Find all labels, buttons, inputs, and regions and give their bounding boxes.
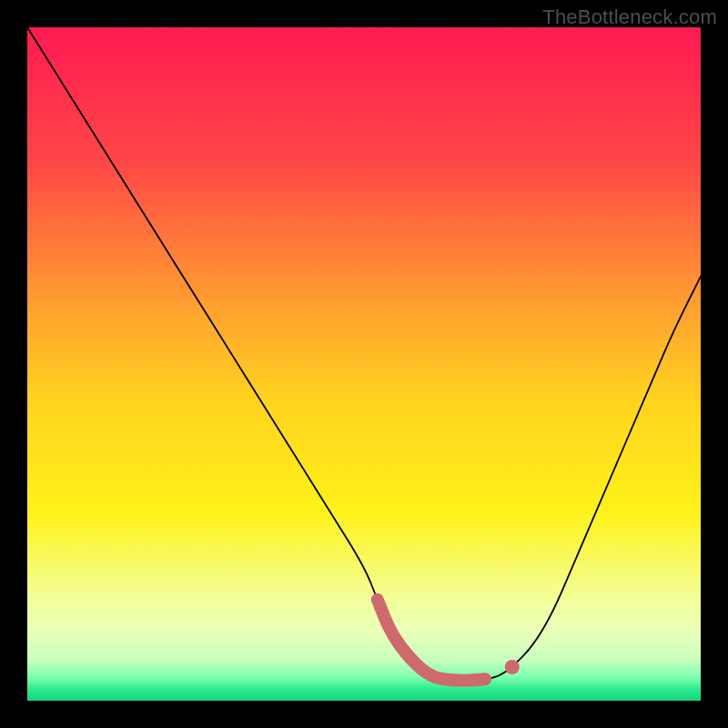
bottleneck-curve (27, 27, 701, 701)
svg-point-1 (505, 660, 520, 674)
plot-area (27, 27, 701, 701)
chart-frame: TheBottleneck.com (0, 0, 728, 728)
watermark-text: TheBottleneck.com (542, 5, 717, 29)
